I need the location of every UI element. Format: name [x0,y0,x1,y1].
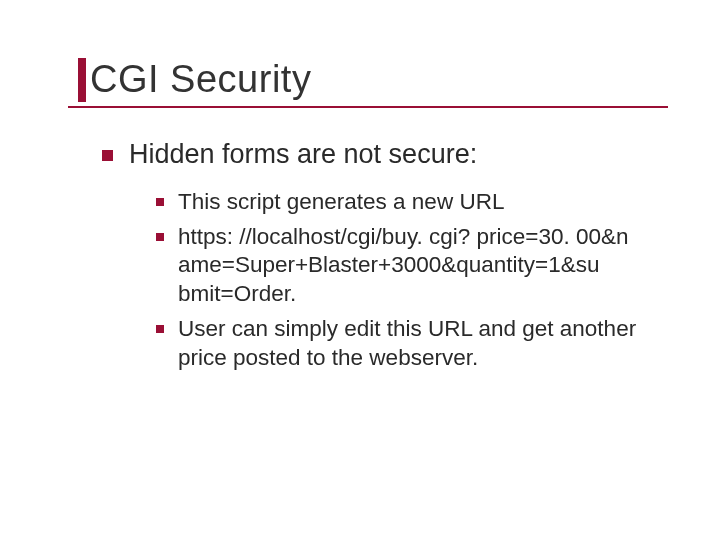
square-bullet-icon [156,198,164,206]
bullet-level2-text: https: //localhost/cgi/buy. cgi? price=3… [178,223,652,309]
slide-title: CGI Security [90,58,311,101]
bullet-level1-text: Hidden forms are not secure: [129,138,477,172]
bullet-level2-text: This script generates a new URL [178,188,504,217]
bullet-level2: This script generates a new URL [156,188,652,217]
square-bullet-icon [102,150,113,161]
title-accent-bar [78,58,86,102]
bullet-level1: Hidden forms are not secure: [102,138,652,172]
bullet-level2-group: This script generates a new URL https: /… [156,188,652,373]
title-underline [68,106,668,108]
slide: CGI Security Hidden forms are not secure… [0,0,720,540]
square-bullet-icon [156,233,164,241]
bullet-level2: User can simply edit this URL and get an… [156,315,652,373]
slide-body: Hidden forms are not secure: This script… [102,138,652,373]
title-row: CGI Security [78,58,652,104]
bullet-level2: https: //localhost/cgi/buy. cgi? price=3… [156,223,652,309]
bullet-level2-text: User can simply edit this URL and get an… [178,315,652,373]
square-bullet-icon [156,325,164,333]
